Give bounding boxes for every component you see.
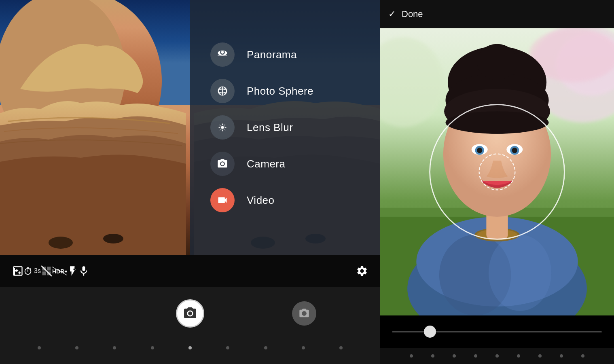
settings-control[interactable] xyxy=(356,265,368,277)
camera-mode-menu: Panorama Photo Sphere xyxy=(190,0,380,255)
svg-point-37 xyxy=(477,44,517,80)
svg-text:A: A xyxy=(73,267,76,271)
video-icon-wrap xyxy=(210,188,235,212)
camera-icon-wrap xyxy=(210,152,235,176)
portrait-photo xyxy=(380,28,614,315)
right-dot-4[interactable] xyxy=(474,354,477,358)
dot-4[interactable] xyxy=(151,346,154,349)
menu-item-camera[interactable]: Camera xyxy=(210,150,360,178)
done-bar[interactable]: ✓ Done xyxy=(380,0,614,28)
menu-item-panorama[interactable]: Panorama xyxy=(210,40,360,69)
timer-icon xyxy=(23,267,32,275)
menu-item-photo-sphere[interactable]: Photo Sphere xyxy=(210,77,360,105)
timer-control[interactable]: 3s xyxy=(23,267,41,275)
mic-icon xyxy=(78,265,89,277)
svg-point-28 xyxy=(489,235,551,311)
svg-rect-17 xyxy=(83,274,84,276)
right-dot-8[interactable] xyxy=(560,354,563,358)
dot-9[interactable] xyxy=(339,346,343,349)
photo-sphere-label: Photo Sphere xyxy=(247,85,313,97)
flash-icon: A xyxy=(67,265,78,277)
right-dot-5[interactable] xyxy=(495,354,499,358)
camera-icon xyxy=(217,158,228,169)
timer-value: 3s xyxy=(34,267,41,275)
secondary-shutter-button[interactable] xyxy=(292,301,316,326)
svg-point-43 xyxy=(512,148,517,153)
grid-icon xyxy=(41,265,52,277)
dot-6[interactable] xyxy=(226,346,229,349)
blur-slider-track xyxy=(392,331,602,332)
right-panel: ✓ Done xyxy=(380,0,614,364)
hdr-icon: HDR+ xyxy=(52,266,67,276)
shutter-row xyxy=(0,287,380,340)
video-icon xyxy=(217,195,228,206)
panorama-icon xyxy=(217,49,228,60)
right-dot-2[interactable] xyxy=(431,354,434,358)
done-checkmark: ✓ xyxy=(388,9,396,19)
right-dot-6[interactable] xyxy=(517,354,520,358)
hdr-control[interactable]: HDR+ xyxy=(52,266,67,276)
video-label: Video xyxy=(247,194,275,207)
controls-row: 3s HDR+ A xyxy=(0,255,380,287)
svg-point-40 xyxy=(477,148,482,153)
menu-item-video[interactable]: Video xyxy=(210,186,360,214)
lens-blur-icon-wrap xyxy=(210,115,235,140)
camera-viewfinder: Panorama Photo Sphere xyxy=(0,0,380,255)
grid-control[interactable] xyxy=(41,265,52,277)
secondary-camera-icon xyxy=(299,308,310,319)
dot-5[interactable] xyxy=(188,346,192,349)
portrait-viewfinder xyxy=(380,28,614,315)
mic-control[interactable] xyxy=(78,265,89,277)
right-dot-7[interactable] xyxy=(538,354,542,358)
left-camera-panel: Panorama Photo Sphere xyxy=(0,0,380,364)
lens-blur-icon xyxy=(217,122,228,133)
blur-slider-thumb[interactable] xyxy=(424,326,436,338)
dot-2[interactable] xyxy=(75,346,78,349)
camera-label: Camera xyxy=(247,158,285,170)
right-dot-3[interactable] xyxy=(453,354,456,358)
flash-control[interactable]: A xyxy=(67,265,78,277)
shutter-button[interactable] xyxy=(176,299,204,328)
svg-rect-16 xyxy=(82,266,85,271)
menu-item-lens-blur[interactable]: Lens Blur xyxy=(210,113,360,142)
dot-3[interactable] xyxy=(113,346,116,349)
exposure-control[interactable] xyxy=(12,265,23,277)
exposure-icon xyxy=(12,265,23,277)
svg-point-4 xyxy=(103,234,123,243)
photo-sphere-icon-wrap xyxy=(210,79,235,103)
settings-icon xyxy=(356,265,368,277)
svg-rect-7 xyxy=(218,55,227,56)
lens-blur-label: Lens Blur xyxy=(247,121,293,134)
panorama-label: Panorama xyxy=(247,49,297,61)
svg-point-3 xyxy=(49,237,73,249)
right-dot-1[interactable] xyxy=(410,354,413,358)
done-label: Done xyxy=(402,9,423,19)
bottom-control-bar: 3s HDR+ A xyxy=(0,255,380,364)
blur-slider-area xyxy=(380,315,614,348)
dot-7[interactable] xyxy=(264,346,267,349)
right-dots-row xyxy=(380,348,614,364)
left-dots-row xyxy=(0,340,380,356)
shutter-icon xyxy=(183,306,197,321)
photo-sphere-icon xyxy=(217,85,228,97)
svg-point-11 xyxy=(221,126,224,129)
right-dot-9[interactable] xyxy=(581,354,584,358)
dot-1[interactable] xyxy=(38,346,41,349)
dot-8[interactable] xyxy=(302,346,305,349)
panorama-icon-wrap xyxy=(210,42,235,67)
